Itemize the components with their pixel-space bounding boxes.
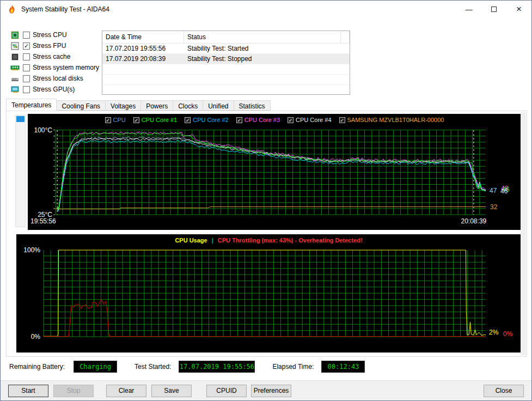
tab-cooling-fans[interactable]: Cooling Fans bbox=[57, 100, 106, 111]
tab-unified[interactable]: Unified bbox=[203, 100, 234, 111]
cpu-usage-chart-panel: CPU Usage|CPU Throttling (max: 43%) - Ov… bbox=[16, 234, 521, 353]
log-row-empty bbox=[102, 85, 350, 95]
chart-title-part: | bbox=[212, 237, 213, 244]
battery-label: Remaining Battery: bbox=[9, 363, 65, 370]
log-row[interactable]: 17.07.2019 20:08:39Stability Test: Stopp… bbox=[102, 54, 350, 64]
maximize-icon bbox=[491, 7, 497, 12]
event-log-body: 17.07.2019 19:55:56Stability Test: Start… bbox=[102, 44, 350, 95]
legend-item-cpu-core-3[interactable]: ✓CPU Core #3 bbox=[236, 117, 280, 123]
svg-text:100°C: 100°C bbox=[34, 126, 53, 134]
column-header[interactable]: Status bbox=[184, 31, 341, 43]
minimize-button[interactable]: — bbox=[456, 1, 481, 18]
svg-text:46: 46 bbox=[500, 187, 508, 195]
start-button[interactable]: Start bbox=[8, 385, 48, 397]
legend-checkbox[interactable]: ✓ bbox=[133, 117, 139, 123]
legend-item-cpu-core-1[interactable]: ✓CPU Core #1 bbox=[133, 117, 177, 123]
column-header[interactable] bbox=[341, 31, 350, 43]
temperature-scale-slider[interactable] bbox=[15, 115, 26, 227]
svg-text:0%: 0% bbox=[31, 333, 41, 341]
disk-icon bbox=[10, 75, 20, 83]
stress-option-label: Stress FPU bbox=[33, 42, 66, 50]
chart-title-part: CPU Throttling (max: 43%) - Overheating … bbox=[218, 237, 363, 244]
stress-option-label: Stress local disks bbox=[33, 75, 83, 82]
close-icon: × bbox=[516, 7, 522, 12]
stop-button[interactable]: Stop bbox=[53, 385, 94, 397]
test-started-label: Test Started: bbox=[134, 363, 171, 370]
tab-powers[interactable]: Powers bbox=[141, 100, 173, 111]
event-log-table[interactable]: Date & TimeStatus 17.07.2019 19:55:56Sta… bbox=[102, 31, 350, 95]
stress-option-stress-local-disks: Stress local disks bbox=[10, 73, 99, 84]
tab-bar: TemperaturesCooling FansVoltagesPowersCl… bbox=[6, 100, 271, 111]
tab-voltages[interactable]: Voltages bbox=[106, 100, 141, 111]
maximize-button[interactable] bbox=[481, 1, 506, 18]
svg-text:2%: 2% bbox=[489, 329, 499, 336]
preferences-button[interactable]: Preferences bbox=[251, 385, 291, 397]
cpuid-button[interactable]: CPUID bbox=[206, 385, 247, 397]
legend-item-cpu-core-2[interactable]: ✓CPU Core #2 bbox=[185, 117, 228, 123]
close-button[interactable]: × bbox=[506, 1, 531, 18]
test-started-value: 17.07.2019 19:55:56 bbox=[179, 361, 255, 373]
stress-option-label: Stress GPU(s) bbox=[33, 86, 75, 93]
stress-checkbox[interactable] bbox=[23, 86, 30, 93]
log-row-empty bbox=[102, 75, 350, 85]
column-header[interactable]: Date & Time bbox=[102, 31, 184, 43]
legend-label: CPU Core #1 bbox=[142, 117, 177, 123]
window-title: System Stability Test - AIDA64 bbox=[21, 5, 109, 13]
stress-checkbox[interactable] bbox=[23, 64, 30, 71]
stress-checkbox[interactable] bbox=[23, 75, 30, 82]
chart-scrollbar[interactable] bbox=[521, 112, 526, 355]
log-status: Stability Test: Started bbox=[184, 45, 341, 52]
cpu-icon bbox=[10, 31, 20, 39]
tab-statistics[interactable]: Statistics bbox=[234, 100, 271, 111]
title-bar: System Stability Test - AIDA64 — × bbox=[1, 1, 531, 18]
stress-option-stress-cache: Stress cache bbox=[10, 51, 99, 62]
legend-checkbox[interactable]: ✓ bbox=[288, 117, 293, 123]
stress-option-stress-gpu-s-: Stress GPU(s) bbox=[10, 84, 99, 95]
svg-text:%: % bbox=[13, 44, 17, 49]
slider-thumb[interactable] bbox=[16, 116, 25, 122]
clear-button[interactable]: Clear bbox=[106, 385, 146, 397]
save-button[interactable]: Save bbox=[151, 385, 192, 397]
log-row-empty bbox=[102, 64, 350, 75]
svg-text:20:08:39: 20:08:39 bbox=[461, 217, 487, 225]
log-status: Stability Test: Stopped bbox=[184, 55, 341, 63]
gpu-icon bbox=[10, 86, 20, 94]
temperature-chart-panel: ✓CPU✓CPU Core #1✓CPU Core #2✓CPU Core #3… bbox=[28, 114, 521, 230]
log-datetime: 17.07.2019 19:55:56 bbox=[102, 45, 184, 52]
svg-text:0%: 0% bbox=[503, 330, 513, 338]
legend-item-cpu-core-4[interactable]: ✓CPU Core #4 bbox=[288, 117, 331, 123]
stress-option-label: Stress system memory bbox=[33, 64, 99, 71]
stress-option-label: Stress cache bbox=[33, 53, 70, 60]
temperature-chart: 100°C25°C19:55:5620:08:394748464632 bbox=[28, 126, 521, 230]
stress-checkbox[interactable] bbox=[23, 32, 30, 39]
chart-title-part: CPU Usage bbox=[175, 237, 207, 244]
fpu-icon: % bbox=[10, 42, 20, 50]
stress-option-stress-cpu: Stress CPU bbox=[10, 29, 99, 40]
event-log-header: Date & TimeStatus bbox=[102, 31, 350, 44]
elapsed-time-label: Elapsed Time: bbox=[272, 363, 314, 370]
app-window: System Stability Test - AIDA64 — × Stres… bbox=[0, 0, 532, 401]
cpu-usage-chart-title: CPU Usage|CPU Throttling (max: 43%) - Ov… bbox=[175, 237, 362, 244]
stress-checkbox[interactable]: ✓ bbox=[23, 42, 30, 50]
legend-item-samsung-mzvlb1t0halr-00000[interactable]: ✓SAMSUNG MZVLB1T0HALR-00000 bbox=[339, 117, 444, 123]
memory-icon bbox=[10, 64, 20, 72]
stress-checkbox[interactable] bbox=[23, 53, 30, 60]
svg-text:19:55:56: 19:55:56 bbox=[30, 217, 56, 225]
cpu-usage-chart: 100%0%2%0% bbox=[16, 246, 521, 354]
legend-checkbox[interactable]: ✓ bbox=[185, 117, 191, 123]
stress-option-stress-system-memory: Stress system memory bbox=[10, 62, 99, 73]
tab-temperatures[interactable]: Temperatures bbox=[6, 99, 57, 111]
legend-checkbox[interactable]: ✓ bbox=[105, 117, 111, 123]
legend-item-cpu[interactable]: ✓CPU bbox=[105, 117, 126, 123]
minimize-icon: — bbox=[466, 5, 473, 14]
log-row[interactable]: 17.07.2019 19:55:56Stability Test: Start… bbox=[102, 44, 350, 54]
svg-text:32: 32 bbox=[490, 203, 498, 211]
legend-checkbox[interactable]: ✓ bbox=[339, 117, 345, 123]
elapsed-time-value: 00:12:43 bbox=[321, 361, 365, 373]
temperature-legend: ✓CPU✓CPU Core #1✓CPU Core #2✓CPU Core #3… bbox=[105, 117, 444, 123]
tab-clocks[interactable]: Clocks bbox=[173, 100, 203, 111]
legend-checkbox[interactable]: ✓ bbox=[236, 117, 242, 123]
close-dialog-button[interactable]: Close bbox=[484, 385, 524, 397]
legend-label: SAMSUNG MZVLB1T0HALR-00000 bbox=[347, 117, 444, 123]
legend-label: CPU Core #4 bbox=[296, 117, 331, 123]
